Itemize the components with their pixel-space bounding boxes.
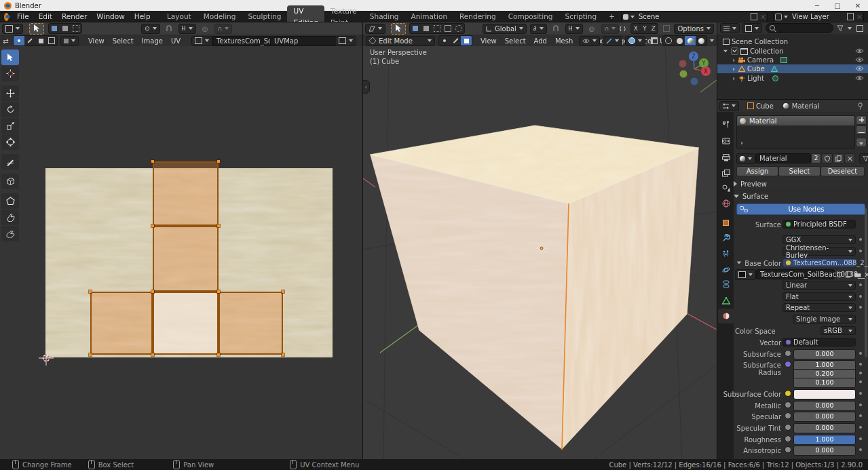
add-workspace-button[interactable]: + [603, 11, 621, 22]
menu-file[interactable]: File [12, 11, 34, 22]
v3d-menu-mesh[interactable]: Mesh [551, 37, 577, 45]
shading-material-button[interactable] [685, 36, 696, 45]
socket-dot[interactable] [785, 446, 791, 453]
shading-wireframe-button[interactable] [663, 36, 674, 45]
uv-face-active[interactable] [153, 292, 219, 355]
v3d-menu-add[interactable]: Add [530, 37, 551, 45]
new-scene-icon[interactable] [751, 13, 757, 20]
xray-toggle[interactable] [648, 36, 660, 45]
gizmos-dropdown[interactable] [603, 36, 622, 46]
color-space-dropdown[interactable]: sRGB [820, 326, 856, 335]
specials-funnel-dropdown[interactable] [859, 153, 868, 163]
menu-window[interactable]: Window [92, 11, 129, 22]
uv-menu-image[interactable]: Image [138, 37, 167, 45]
shading-dropdown-icon[interactable] [710, 39, 714, 42]
properties-editor-type-dropdown[interactable] [719, 101, 739, 111]
chevron-down-icon[interactable] [848, 27, 852, 30]
slot-specials-button[interactable] [856, 138, 867, 147]
uv-face[interactable] [219, 292, 283, 355]
base-color-widget[interactable]: TexturesCom...088_2_M.jpg [782, 258, 856, 267]
v3d-tweak-tool-button[interactable] [391, 23, 406, 35]
outliner-row-scene-collection[interactable]: Scene Collection [717, 37, 868, 46]
users-count-button[interactable]: 2 [811, 153, 821, 163]
uv-menu-select[interactable]: Select [109, 37, 138, 45]
uv-falloff-dropdown[interactable]: ∩ [214, 24, 233, 34]
eye-icon[interactable] [855, 56, 864, 64]
snap-grid-icon[interactable] [660, 24, 672, 33]
orientation-dropdown[interactable]: Global [483, 24, 527, 34]
uv-snap-dropdown[interactable]: H [178, 24, 196, 34]
outliner-row-light[interactable]: Light [717, 74, 868, 83]
gizmo-neg-x[interactable] [679, 60, 687, 68]
uv-editor-type-dropdown[interactable] [2, 24, 23, 34]
overlays-dropdown[interactable] [625, 36, 645, 46]
box-select-icon[interactable] [410, 24, 421, 33]
pin-icon[interactable] [854, 101, 866, 111]
extension-dropdown[interactable]: Repeat [782, 303, 856, 312]
unlink-material-icon[interactable] [844, 153, 855, 163]
uv-vertex-mode-button[interactable] [14, 36, 24, 45]
lasso-select-icon[interactable] [453, 24, 464, 33]
list-expand-icon[interactable] [741, 142, 743, 145]
subsurface-slider[interactable]: 0.000 [793, 349, 856, 359]
remove-slot-button[interactable] [856, 125, 867, 135]
use-nodes-button[interactable]: Use Nodes [736, 203, 865, 215]
socket-dot[interactable] [785, 402, 791, 408]
tab-constraints[interactable] [718, 277, 734, 292]
socket-dot[interactable] [785, 350, 791, 357]
deselect-button[interactable]: Deselect [820, 166, 865, 176]
color-socket-dot[interactable] [785, 390, 791, 397]
outliner-row-camera[interactable]: Camera [717, 56, 868, 64]
tab-output[interactable] [718, 150, 734, 165]
uv-canvas[interactable]: Move [0, 46, 362, 459]
new-image-icon[interactable] [844, 270, 853, 279]
remove-view-layer-icon[interactable] [856, 14, 862, 20]
open-image-folder-icon[interactable] [853, 270, 863, 279]
tab-view-layer[interactable] [718, 165, 734, 180]
tab-sculpting[interactable]: Sculpting [242, 11, 287, 22]
select-button[interactable]: Select [778, 166, 820, 176]
snap-pivot-dropdown[interactable]: ∂ [530, 24, 547, 34]
tab-rendering[interactable]: Rendering [453, 11, 502, 22]
uv-edge-mode-button[interactable] [24, 36, 35, 45]
uv-sync-icon[interactable]: ⇄ [0, 36, 12, 45]
v3d-editor-type-dropdown[interactable] [365, 24, 385, 34]
tab-particles[interactable] [718, 246, 734, 261]
falloff-dropdown[interactable]: ∩ [601, 24, 620, 34]
uv-island-mode-button[interactable] [46, 36, 57, 45]
tab-modifiers[interactable] [718, 231, 734, 246]
vector-socket-dot[interactable] [785, 361, 791, 368]
uv-menu-uv[interactable]: UV [167, 37, 185, 45]
uv-editor[interactable]: ⊙ H ◎ ∩ ⇄ View Select Image UV TexturesC… [0, 22, 362, 459]
tab-scene[interactable] [718, 180, 734, 195]
eye-icon[interactable] [855, 47, 864, 55]
tab-material[interactable] [718, 309, 734, 324]
tab-world[interactable] [718, 196, 734, 211]
socket-dot[interactable] [785, 412, 791, 419]
face-select-button[interactable] [461, 36, 472, 45]
projection-dropdown[interactable]: Flat [782, 292, 856, 301]
material-slot-list[interactable]: Material [736, 115, 855, 149]
navigation-gizmo[interactable]: Z Y X [674, 49, 716, 91]
minimize-button[interactable]: ─ [807, 0, 827, 11]
tab-scripting[interactable]: Scripting [559, 11, 603, 22]
outliner-filter-dropdown[interactable] [720, 23, 740, 33]
outliner-search-input[interactable] [766, 23, 833, 33]
socket-dot[interactable] [785, 424, 791, 431]
v3d-menu-view[interactable]: View [476, 37, 501, 45]
anisotropic-slider[interactable]: 0.000 [793, 446, 856, 456]
mirror-x-button[interactable]: X [631, 24, 640, 33]
browse-material-dropdown[interactable] [736, 153, 755, 164]
outliner-row-cube[interactable]: Cube [717, 64, 868, 73]
properties-editor[interactable]: Cube Material Material Material 2 [717, 100, 868, 459]
options-dropdown[interactable]: Options [674, 24, 714, 34]
eye-icon[interactable] [855, 65, 864, 73]
outliner-row-collection[interactable]: Collection [717, 47, 868, 56]
subtract-select-icon[interactable] [432, 24, 442, 33]
fake-user-shield-icon[interactable] [821, 153, 833, 163]
uv-snap-toggle[interactable] [164, 24, 175, 33]
subsurface-radius-z[interactable]: 0.100 [793, 378, 856, 388]
viewport-3d[interactable]: Global ∂ H ◎ ∩ X Y Z Options [363, 22, 717, 459]
subsurface-color-swatch[interactable] [793, 389, 856, 399]
mode-dropdown[interactable]: Edit Mode [366, 36, 435, 46]
